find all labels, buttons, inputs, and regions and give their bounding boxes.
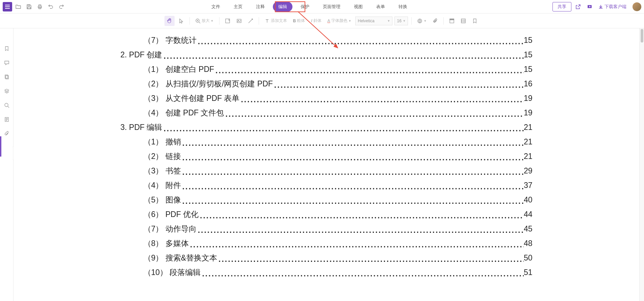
toc-line[interactable]: （7） 动作导向................................… bbox=[121, 224, 533, 234]
toc-label: （2） 链接 bbox=[144, 151, 181, 162]
undo-icon[interactable] bbox=[46, 2, 55, 11]
toc-label: （6） PDF 优化 bbox=[144, 209, 199, 220]
toc-line[interactable]: （1） 创建空白 PDF............................… bbox=[121, 64, 533, 75]
search-panel-icon[interactable] bbox=[3, 102, 10, 109]
comment-panel-icon[interactable] bbox=[3, 59, 10, 66]
font-family-select[interactable]: Helvetica ▼ bbox=[355, 17, 392, 25]
tab-annotate[interactable]: 注释 bbox=[251, 2, 270, 12]
toc-dots: ........................................… bbox=[162, 127, 523, 131]
toc-label: （3） 从文件创建 PDF 表单 bbox=[144, 93, 240, 104]
attachment-tool[interactable] bbox=[431, 16, 440, 26]
toc-line[interactable]: （10） 段落编辑...............................… bbox=[121, 267, 533, 278]
toc-page: 19 bbox=[524, 108, 533, 117]
export-icon[interactable] bbox=[573, 2, 583, 11]
pages-panel-icon[interactable] bbox=[3, 74, 10, 80]
toc-label: （10） 段落编辑 bbox=[144, 267, 201, 278]
bold-label: 粗体 bbox=[297, 18, 305, 24]
toc-line[interactable]: （4） 创建 PDF 文件包..........................… bbox=[121, 108, 533, 118]
font-color-icon: A bbox=[328, 19, 330, 23]
topbar-right: 共享 下载客户端 bbox=[552, 2, 641, 11]
web-tool[interactable]: ▼ bbox=[415, 16, 429, 26]
tab-edit[interactable]: 编辑 bbox=[273, 2, 292, 12]
toc-line[interactable]: （7） 字数统计................................… bbox=[121, 35, 533, 46]
tab-protect[interactable]: 保护 bbox=[295, 2, 315, 12]
right-scrollbar[interactable] bbox=[639, 28, 644, 301]
toc-line[interactable]: （1） 撤销..................................… bbox=[121, 137, 533, 147]
toc-line[interactable]: （5） 图像..................................… bbox=[121, 195, 533, 205]
chevron-down-icon: ▼ bbox=[423, 19, 427, 23]
open-icon[interactable] bbox=[14, 2, 23, 11]
toc-line[interactable]: 2. PDF 创建...............................… bbox=[121, 50, 533, 60]
toc-line[interactable]: （3） 书签..................................… bbox=[121, 166, 533, 176]
bookmark-tool[interactable] bbox=[470, 16, 480, 26]
tab-view[interactable]: 视图 bbox=[349, 2, 368, 12]
tab-convert[interactable]: 转换 bbox=[393, 2, 413, 12]
topbar-left bbox=[3, 2, 66, 11]
edit-text-tool[interactable] bbox=[223, 16, 232, 26]
toc-page: 50 bbox=[524, 253, 533, 263]
tab-pages[interactable]: 页面管理 bbox=[317, 2, 346, 12]
toc-label: （5） 图像 bbox=[144, 195, 181, 205]
toc-line[interactable]: （2） 链接..................................… bbox=[121, 151, 533, 162]
font-size-value: 16 bbox=[397, 19, 401, 23]
header-footer-tool[interactable] bbox=[447, 16, 457, 26]
toc-page: 37 bbox=[524, 181, 533, 190]
menu-icon[interactable] bbox=[3, 2, 12, 11]
toc-dots: ........................................… bbox=[189, 243, 524, 247]
share-button[interactable]: 共享 bbox=[552, 2, 571, 11]
zoom-tool[interactable]: 放大 ▼ bbox=[193, 16, 216, 26]
toc-line[interactable]: （9） 搜索&替换文本.............................… bbox=[121, 253, 533, 263]
present-icon[interactable] bbox=[585, 2, 594, 11]
toc-page: 21 bbox=[524, 137, 533, 146]
toc-page: 29 bbox=[524, 166, 533, 175]
add-text-tool[interactable]: 添加文本 bbox=[262, 16, 289, 26]
form-panel-icon[interactable] bbox=[3, 116, 10, 123]
toc-dots: ........................................… bbox=[214, 69, 524, 73]
toc-label: （7） 字数统计 bbox=[144, 35, 197, 46]
document-canvas[interactable]: （7） 字数统计................................… bbox=[14, 28, 639, 301]
toc-line[interactable]: 3. PDF 编辑...............................… bbox=[121, 122, 533, 133]
toc-label: 3. PDF 编辑 bbox=[121, 122, 162, 133]
svg-rect-1 bbox=[5, 5, 10, 5]
add-text-label: 添加文本 bbox=[271, 18, 287, 24]
save-icon[interactable] bbox=[24, 2, 34, 11]
toc-dots: ........................................… bbox=[181, 170, 524, 175]
image-tool[interactable] bbox=[234, 16, 244, 26]
main-tabs: 文件 主页 注释 编辑 保护 页面管理 视图 表单 转换 bbox=[66, 2, 552, 12]
toc-line[interactable]: （8） 多媒体.................................… bbox=[121, 238, 533, 249]
attachment-panel-icon[interactable] bbox=[3, 130, 10, 137]
toc-line[interactable]: （3） 从文件创建 PDF 表单........................… bbox=[121, 93, 533, 104]
link-tool[interactable] bbox=[246, 16, 255, 26]
tab-file[interactable]: 文件 bbox=[206, 2, 226, 12]
toc-dots: ........................................… bbox=[197, 39, 524, 44]
toc-line[interactable]: （4） 附件..................................… bbox=[121, 180, 533, 191]
toc-line[interactable]: （6） PDF 优化..............................… bbox=[121, 209, 533, 220]
scrollbar-thumb[interactable] bbox=[641, 29, 643, 43]
tab-form[interactable]: 表单 bbox=[371, 2, 390, 12]
download-client-button[interactable]: 下载客户端 bbox=[596, 4, 628, 10]
chevron-down-icon: ▼ bbox=[349, 19, 352, 23]
toc-line[interactable]: （2） 从扫描仪/剪切板/网页创建 PDF...................… bbox=[121, 79, 533, 89]
bold-tool[interactable]: B 粗体 bbox=[291, 16, 307, 26]
font-size-select[interactable]: 16 ▼ bbox=[394, 17, 408, 25]
tab-home[interactable]: 主页 bbox=[228, 2, 248, 12]
bookmark-panel-icon[interactable] bbox=[3, 45, 10, 52]
select-tool[interactable] bbox=[177, 16, 186, 26]
watermark-tool[interactable] bbox=[459, 16, 468, 26]
toc-dots: ........................................… bbox=[273, 83, 524, 88]
avatar[interactable] bbox=[633, 2, 641, 11]
toc-page: 51 bbox=[524, 268, 533, 277]
italic-tool[interactable]: I 斜体 bbox=[309, 16, 323, 26]
toc-page: 44 bbox=[524, 210, 533, 219]
svg-rect-8 bbox=[39, 7, 41, 9]
layers-panel-icon[interactable] bbox=[3, 88, 10, 94]
toc-label: （9） 搜索&替换文本 bbox=[144, 253, 217, 263]
redo-icon[interactable] bbox=[57, 2, 66, 11]
toc-dots: ........................................… bbox=[181, 141, 524, 146]
font-color-tool[interactable]: A 字体颜色 ▼ bbox=[326, 16, 354, 26]
toc-label: （7） 动作导向 bbox=[144, 224, 197, 234]
print-icon[interactable] bbox=[35, 2, 45, 11]
toc-page: 45 bbox=[524, 224, 533, 234]
hand-tool[interactable] bbox=[164, 16, 175, 26]
toc-page: 19 bbox=[524, 94, 533, 103]
